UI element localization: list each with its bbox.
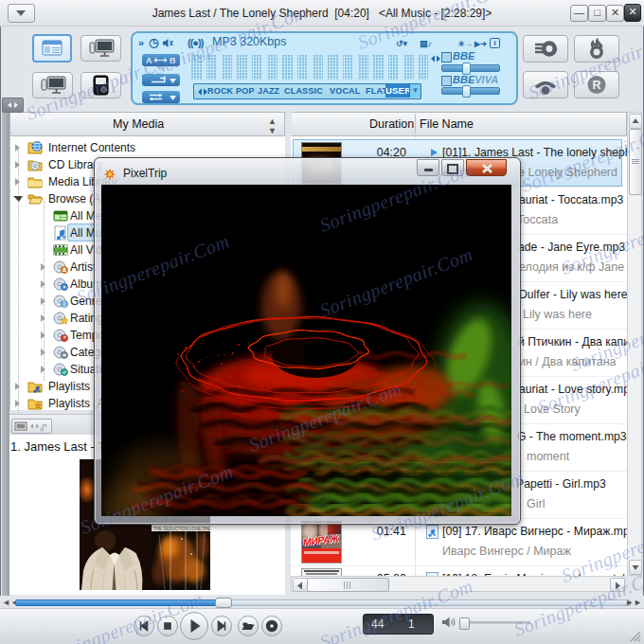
svg-text:THE SEDUCTION LOVE THEMES: THE SEDUCTION LOVE THEMES <box>153 527 210 531</box>
svg-text:R: R <box>593 79 601 92</box>
svg-text:A: A <box>146 56 152 65</box>
svg-text:B: B <box>170 56 176 65</box>
